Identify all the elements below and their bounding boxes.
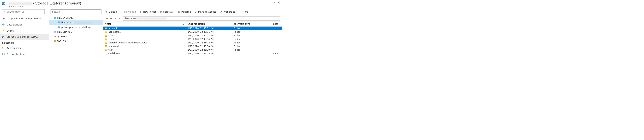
tree-label: TABLES bbox=[57, 40, 103, 42]
nav-item-events[interactable]: Events bbox=[0, 28, 49, 34]
tree: ▾FILE SYSTEMSdataverse-xxxxxxxxxxxxxpowe… bbox=[49, 15, 103, 44]
svg-point-6 bbox=[2, 24, 4, 24]
nav-back-icon[interactable] bbox=[105, 17, 108, 20]
tree-label: QUEUES bbox=[57, 35, 103, 38]
new-folder-button[interactable]: New Folder bbox=[139, 10, 156, 13]
properties-button[interactable]: Properties bbox=[220, 10, 235, 13]
folder-icon bbox=[105, 38, 108, 40]
tree-twisty-icon[interactable]: ▾ bbox=[50, 17, 53, 19]
cell-name: model.json bbox=[103, 52, 186, 55]
tree-item-queues[interactable]: QUEUES bbox=[49, 34, 103, 39]
col-modified[interactable]: LAST MODIFIED bbox=[186, 23, 232, 25]
nav-down-icon[interactable] bbox=[114, 17, 117, 20]
sort-asc-icon: ▲ bbox=[183, 23, 184, 25]
key-icon bbox=[2, 46, 5, 49]
table-row[interactable]: model.json1/27/2020, 12:47:08 PM61.4 KB bbox=[103, 52, 282, 55]
title-suffix: - Storage Explorer (preview) bbox=[33, 1, 81, 5]
svg-rect-35 bbox=[178, 11, 180, 12]
upload-label: Upload bbox=[109, 10, 117, 13]
title-wrap: - Storage Explorer (preview) Storage acc… bbox=[8, 1, 270, 7]
select-all-button[interactable]: Select All bbox=[160, 10, 174, 13]
left-search-box[interactable] bbox=[2, 9, 44, 14]
table-row[interactable]: account1/27/2020, 12:45:11 PMFolder bbox=[103, 26, 282, 30]
tree-item-tables[interactable]: TABLES bbox=[49, 39, 103, 43]
table-row[interactable]: phonecall1/27/2020, 12:45:10 PMFolder bbox=[103, 44, 282, 48]
tree-label: power-platform-dataflows bbox=[61, 26, 103, 28]
table-row[interactable]: Microsoft.Athena.TrickleFeedService1/27/… bbox=[103, 41, 282, 44]
table-row[interactable]: task1/27/2020, 12:45:10 PMFolder bbox=[103, 48, 282, 52]
cell-type: Folder bbox=[232, 31, 260, 33]
col-size[interactable]: SIZE bbox=[260, 23, 282, 25]
upload-button[interactable]: Upload bbox=[105, 10, 117, 13]
svg-rect-3 bbox=[4, 4, 5, 5]
cell-type: Folder bbox=[232, 45, 260, 48]
cell-modified: 1/27/2020, 12:47:08 PM bbox=[186, 52, 232, 55]
nav-item-data-transfer[interactable]: Data transfer bbox=[0, 21, 49, 28]
cell-modified: 1/27/2020, 12:45:11 PM bbox=[186, 27, 232, 30]
rename-icon bbox=[177, 10, 180, 13]
cell-name: task bbox=[103, 49, 186, 51]
rename-button[interactable]: Rename bbox=[177, 10, 191, 13]
search-icon bbox=[3, 10, 6, 13]
left-settings: Access keysGeo-replication bbox=[0, 45, 49, 57]
nav-forward-icon[interactable] bbox=[109, 17, 113, 20]
tree-item-dataverse-[interactable]: dataverse-xxxxxxxxxxxxx bbox=[49, 20, 103, 25]
tree-item-file-systems[interactable]: ▾FILE SYSTEMS bbox=[49, 15, 103, 20]
page-subtitle: Storage account bbox=[8, 5, 270, 7]
svg-point-17 bbox=[54, 17, 56, 17]
table-row[interactable]: appmodule1/27/2020, 12:46:01 PMFolder bbox=[103, 30, 282, 34]
tree-item-file-shares[interactable]: FILE SHARES bbox=[49, 29, 103, 34]
more-icon bbox=[238, 10, 242, 13]
storage-account-icon bbox=[2, 1, 7, 6]
cell-type: Folder bbox=[232, 49, 260, 51]
settings-label: Geo-replication bbox=[7, 53, 25, 55]
container-icon bbox=[58, 21, 60, 24]
download-button: Download bbox=[120, 10, 136, 13]
tree-item-power-platform-dataflows[interactable]: power-platform-dataflows bbox=[49, 25, 103, 29]
nav-item-storage-explorer-preview-[interactable]: Storage Explorer (preview) bbox=[0, 34, 49, 40]
table-row[interactable]: contact1/27/2020, 12:45:11 PMFolder bbox=[103, 34, 282, 37]
nav-item-diagnose-and-solve-problems[interactable]: Diagnose and solve problems bbox=[0, 15, 49, 21]
breadcrumb-path[interactable]: dataverse- bbox=[123, 16, 280, 21]
svg-point-40 bbox=[240, 12, 241, 12]
settings-item-geo-replication[interactable]: Geo-replication bbox=[0, 51, 49, 57]
mid-search bbox=[50, 9, 102, 14]
settings-item-access-keys[interactable]: Access keys bbox=[0, 45, 49, 51]
cell-name: phonecall bbox=[103, 45, 186, 48]
col-type[interactable]: CONTENT TYPE bbox=[232, 23, 260, 25]
mid-search-input[interactable] bbox=[50, 9, 102, 14]
scroll-up-icon[interactable]: ︿ bbox=[100, 9, 102, 12]
rename-label: Rename bbox=[181, 10, 191, 13]
left-search-input[interactable] bbox=[6, 10, 43, 13]
pin-icon[interactable] bbox=[272, 1, 275, 4]
svg-rect-7 bbox=[2, 36, 3, 37]
window-controls bbox=[272, 1, 280, 4]
svg-point-10 bbox=[2, 47, 4, 48]
cell-modified: 1/27/2020, 12:45:10 PM bbox=[186, 49, 232, 51]
middle-panel: ︿ ▾FILE SYSTEMSdataverse-xxxxxxxxxxxxxpo… bbox=[49, 8, 103, 61]
nav-label: Data transfer bbox=[7, 23, 22, 26]
svg-rect-26 bbox=[54, 36, 55, 37]
more-button[interactable]: More bbox=[238, 10, 248, 13]
settings-header: Settings bbox=[0, 40, 49, 45]
svg-point-4 bbox=[3, 11, 5, 12]
page-title: - Storage Explorer (preview) bbox=[8, 1, 270, 5]
select-all-label: Select All bbox=[163, 10, 174, 13]
wrench-icon bbox=[220, 10, 222, 13]
svg-line-5 bbox=[4, 12, 5, 13]
folder-icon bbox=[105, 42, 108, 44]
download-label: Download bbox=[124, 10, 136, 13]
folder-icon bbox=[105, 35, 108, 37]
col-name[interactable]: NAME▲ bbox=[103, 23, 186, 25]
bolt-icon bbox=[2, 29, 5, 32]
svg-rect-1 bbox=[4, 2, 5, 3]
cell-modified: 1/27/2020, 12:45:11 PM bbox=[186, 34, 232, 37]
manage-access-button[interactable]: Manage Access bbox=[194, 10, 216, 13]
svg-rect-25 bbox=[54, 36, 54, 37]
nav-up-icon[interactable] bbox=[118, 17, 122, 20]
svg-point-19 bbox=[58, 21, 60, 22]
collapse-left-icon[interactable]: « bbox=[46, 10, 48, 13]
table-row[interactable]: email1/27/2020, 12:45:14 PMFolder bbox=[103, 37, 282, 41]
close-icon[interactable] bbox=[278, 1, 280, 4]
svg-point-37 bbox=[195, 11, 196, 12]
